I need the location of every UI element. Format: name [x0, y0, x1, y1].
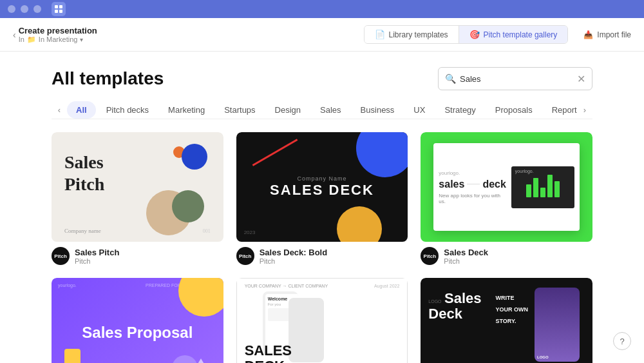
card-thumb-sales-pitch: SalesPitch Company name 001 — [52, 132, 223, 242]
as-right-text: WRITEYOUR OWNSTORY. — [495, 291, 528, 326]
card-text-1: Sales Pitch Pitch — [75, 248, 119, 265]
bar-2 — [533, 178, 538, 197]
card-sub-3: Pitch — [444, 257, 488, 265]
cards-grid: SalesPitch Company name 001 Pitch Sales … — [52, 132, 592, 363]
thumb-ss-bg: YOUR COMPANY → CLIENT COMPANY August 202… — [236, 278, 408, 363]
main-content: All templates 🔍 ✕ ‹ All Pitch decks Mark… — [0, 52, 644, 363]
cat-tab-business[interactable]: Business — [352, 101, 404, 119]
sp-num: 001 — [203, 228, 211, 234]
traffic-light-close[interactable] — [8, 5, 15, 13]
cat-tab-pitch-decks[interactable]: Pitch decks — [97, 101, 158, 119]
breadcrumb-folder: In Marketing — [39, 35, 78, 43]
sdb-red-line — [252, 139, 298, 166]
bar-3 — [540, 188, 545, 197]
sdb-num: 2023 — [244, 230, 256, 235]
thumb-sdg-bg: yourlogo. sales deck New app looks for y… — [421, 132, 592, 242]
bar-1 — [526, 184, 531, 197]
card-info-sales-deck-bold: Pitch Sales Deck: Bold Pitch — [236, 247, 408, 265]
card-text-3: Sales Deck Pitch — [444, 248, 488, 265]
back-button[interactable]: ‹ Create presentation In 📁 In Marketing … — [13, 26, 97, 44]
titlebar — [0, 0, 644, 18]
ss-date-text: August 2022 — [374, 284, 399, 288]
card-thumb-sales-deck: yourlogo. sales deck New app looks for y… — [421, 132, 592, 242]
cat-tab-design[interactable]: Design — [266, 101, 310, 119]
sdb-company-text: Company Name — [297, 175, 346, 182]
cat-tab-sales[interactable]: Sales — [311, 101, 350, 119]
app-icon — [52, 2, 66, 16]
sdb-blue-shape — [356, 132, 408, 177]
cat-tab-proposals[interactable]: Proposals — [486, 101, 542, 119]
svg-rect-1 — [59, 5, 62, 8]
sdb-title-text: SALES DECK — [270, 182, 374, 199]
card-sales-pitch[interactable]: SalesPitch Company name 001 Pitch Sales … — [52, 132, 223, 265]
as-write-text: WRITEYOUR OWNSTORY. — [495, 295, 528, 324]
sdg-laptop-screen: yourlogo. — [511, 166, 574, 208]
search-box[interactable]: 🔍 ✕ — [438, 67, 592, 90]
cat-tab-ux[interactable]: UX — [404, 101, 434, 119]
pitch-badge-1: Pitch — [52, 247, 70, 265]
cat-tab-startups[interactable]: Startups — [215, 101, 264, 119]
as-title-text: SalesDeck — [428, 290, 481, 322]
in-label: In — [19, 35, 24, 43]
import-button[interactable]: 📥 Import file — [583, 30, 631, 39]
sdg-logo: yourlogo. — [439, 170, 506, 176]
traffic-light-maximize[interactable] — [33, 5, 41, 13]
sp-green-ball — [172, 190, 204, 222]
sdg-inner: yourlogo. sales deck New app looks for y… — [433, 143, 580, 231]
tab-pitch-gallery[interactable]: 🎯 Pitch template gallery — [459, 26, 568, 43]
card-simple-sales-deck[interactable]: YOUR COMPANY → CLIENT COMPANY August 202… — [236, 278, 408, 363]
as-phone-img: LOGO — [535, 288, 580, 362]
header-row: All templates 🔍 ✕ — [52, 52, 592, 101]
cat-prev-button[interactable]: ‹ — [52, 101, 67, 119]
card-name-2: Sales Deck: Bold — [260, 248, 328, 257]
cat-tab-all[interactable]: All — [67, 101, 96, 119]
thumb-sprp-bg: yourlogo. PREPARED FOR ▸ Sales Proposal — [52, 278, 223, 363]
cat-tab-marketing[interactable]: Marketing — [159, 101, 214, 119]
sdb-yellow-shape — [337, 206, 382, 242]
tab-library[interactable]: 📄 Library templates — [365, 26, 459, 43]
search-input[interactable] — [460, 74, 573, 84]
sdg-sales-text: sales — [439, 179, 464, 190]
sdg-left: yourlogo. sales deck New app looks for y… — [439, 170, 506, 204]
cat-tabs-inner: All Pitch decks Marketing Startups Desig… — [67, 101, 577, 119]
card-sales-deck[interactable]: yourlogo. sales deck New app looks for y… — [421, 132, 592, 265]
traffic-light-minimize[interactable] — [21, 5, 28, 13]
card-thumb-async-sales: LOGO SalesDeck WRITEYOUR OWNSTORY. LOGO … — [421, 278, 592, 363]
search-clear-icon[interactable]: ✕ — [577, 73, 585, 85]
card-sales-deck-bold[interactable]: Company Name SALES DECK 2023 Pitch Sales… — [236, 132, 408, 265]
sdg-chart-bars — [524, 174, 562, 200]
card-thumb-sales-deck-bold: Company Name SALES DECK 2023 — [236, 132, 408, 242]
pitch-icon: 🎯 — [469, 30, 480, 39]
card-sales-proposal[interactable]: yourlogo. PREPARED FOR ▸ Sales Proposal … — [52, 278, 223, 363]
sprp-cylinder — [64, 349, 80, 363]
ss-phone-2 — [289, 298, 324, 362]
sp-company-text: Company name — [64, 228, 101, 234]
bar-4 — [547, 175, 553, 197]
cat-next-button[interactable]: › — [577, 101, 592, 119]
cat-tab-strategy[interactable]: Strategy — [435, 101, 484, 119]
card-text-2: Sales Deck: Bold Pitch — [260, 248, 328, 265]
card-name-3: Sales Deck — [444, 248, 488, 257]
card-async-sales-deck[interactable]: LOGO SalesDeck WRITEYOUR OWNSTORY. LOGO … — [421, 278, 592, 363]
cat-tab-reports[interactable]: Reports — [543, 101, 577, 119]
topbar: ‹ Create presentation In 📁 In Marketing … — [0, 18, 644, 52]
card-sub-2: Pitch — [260, 257, 328, 265]
card-info-sales-pitch: Pitch Sales Pitch Pitch — [52, 247, 223, 265]
chevron-down-icon: ▾ — [80, 36, 83, 43]
back-chevron-icon: ‹ — [13, 30, 16, 40]
sprp-triangle — [191, 358, 211, 363]
sp-blue-circle — [182, 144, 207, 170]
import-icon: 📥 — [583, 30, 593, 39]
help-button[interactable]: ? — [613, 332, 631, 350]
category-tabs: ‹ All Pitch decks Marketing Startups Des… — [52, 101, 592, 119]
sdg-deck-text: deck — [482, 179, 506, 190]
ss-deck-title: SALESDECK — [245, 343, 292, 363]
as-phone-text: LOGO — [537, 355, 549, 359]
page-title: All templates — [52, 68, 164, 89]
create-title: Create presentation — [19, 26, 97, 35]
breadcrumb: In 📁 In Marketing ▾ — [19, 35, 97, 44]
as-left-content: LOGO SalesDeck — [428, 291, 481, 322]
thumb-sales-pitch-bg: SalesPitch Company name 001 — [52, 132, 223, 242]
ss-header: YOUR COMPANY → CLIENT COMPANY — [245, 284, 328, 288]
card-thumb-sales-proposal: yourlogo. PREPARED FOR ▸ Sales Proposal — [52, 278, 223, 363]
